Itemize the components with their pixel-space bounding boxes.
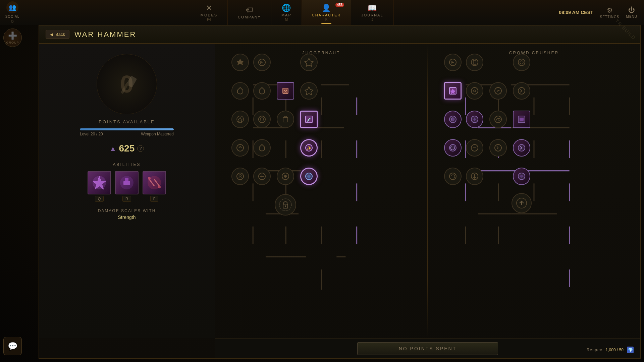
menu-button[interactable]: ⏻ MENU <box>626 6 637 18</box>
juggernaut-node-j7[interactable] <box>300 82 318 100</box>
menu-label: MENU <box>626 15 637 18</box>
crowd-crusher-title: CROWD CRUSHER <box>431 51 637 55</box>
juggernaut-section: JUGGERNAUT <box>215 44 428 338</box>
menu-icon: ⏻ <box>628 6 635 14</box>
juggernaut-node-j8[interactable] <box>231 111 249 128</box>
cc-node-cc1[interactable] <box>444 54 462 71</box>
cc-node-cc9[interactable] <box>466 111 483 128</box>
svg-line-9 <box>154 179 159 186</box>
score-help-button[interactable]: ? <box>137 145 144 152</box>
group-button[interactable]: ➕ Group <box>3 28 22 47</box>
ability-q[interactable]: Q <box>88 171 111 202</box>
svg-point-91 <box>471 87 478 94</box>
juggernaut-node-j15[interactable] <box>231 168 249 185</box>
topbar: 👥 SOCIAL O ✕ MODES F4 🏷 COMPANY 🌐 MAP M … <box>0 0 644 25</box>
svg-text:⛨: ⛨ <box>260 60 264 65</box>
damage-section: DAMAGE SCALES WITH Strength <box>98 208 156 220</box>
cc-node-cc10[interactable] <box>489 111 507 128</box>
respec-icon: 💎 <box>627 347 634 353</box>
juggernaut-node-j14[interactable]: ✨ <box>300 139 318 157</box>
cc-node-cc2[interactable] <box>466 54 483 71</box>
ability-r-key: R <box>122 196 131 202</box>
ability-r-svg <box>118 174 135 191</box>
juggernaut-node-j6[interactable]: ⚒ <box>277 82 294 100</box>
svg-point-57 <box>279 199 291 211</box>
nav-right: 08:09 AM CEST ⚙ SETTINGS ⏻ MENU <box>559 6 644 19</box>
level-bar-fill <box>80 128 174 130</box>
svg-point-54 <box>284 175 287 178</box>
ability-q-svg <box>91 174 108 191</box>
cc-node-cc12[interactable] <box>444 139 462 157</box>
nav-item-map[interactable]: 🌐 MAP M <box>271 0 302 25</box>
chat-icon: 💬 <box>8 342 18 351</box>
juggernaut-node-j1[interactable] <box>231 54 249 71</box>
mastered-text: Weapon Mastered <box>141 132 174 136</box>
cc-node-cc18[interactable] <box>513 168 530 185</box>
cc-node-cc16[interactable] <box>444 168 462 185</box>
damage-value: Strength <box>98 215 156 220</box>
cc-node-cc7[interactable] <box>513 82 530 100</box>
weapon-bg: 0 <box>97 54 157 114</box>
svg-point-11 <box>158 186 161 188</box>
juggernaut-node-j16[interactable] <box>253 168 271 185</box>
score-triangle: ▲ <box>110 145 116 153</box>
svg-text:💉: 💉 <box>307 117 312 122</box>
svg-point-88 <box>520 61 523 64</box>
juggernaut-node-j13[interactable] <box>253 139 271 157</box>
level-info: Level 20 / 20 Weapon Mastered <box>80 132 174 136</box>
cc-node-cc3[interactable] <box>513 54 530 71</box>
cc-node-cc6[interactable] <box>489 82 507 100</box>
cc-node-cc5[interactable] <box>466 82 483 100</box>
juggernaut-node-j2[interactable]: ⛨ <box>253 54 271 71</box>
juggernaut-lock[interactable] <box>275 194 296 216</box>
svg-point-56 <box>307 175 311 178</box>
abilities-label: ABILITIES <box>80 162 174 167</box>
cc-node-cc13[interactable] <box>466 139 483 157</box>
nav-item-company[interactable]: 🏷 COMPANY <box>228 0 271 25</box>
juggernaut-node-j18[interactable] <box>300 168 318 185</box>
respec-area: Respec 1,000 / 50 💎 <box>587 347 634 353</box>
juggernaut-node-j3[interactable] <box>300 54 318 71</box>
points-label: POINTS AVAILABLE <box>99 119 155 124</box>
svg-rect-6 <box>125 178 128 183</box>
juggernaut-node-j9[interactable] <box>253 111 271 128</box>
juggernaut-node-j17[interactable] <box>277 168 294 185</box>
juggernaut-node-j10[interactable] <box>277 111 294 128</box>
map-key: M <box>285 18 288 21</box>
journal-label: JOURNAL <box>361 13 383 17</box>
svg-text:✨: ✨ <box>307 145 312 150</box>
social-key: O <box>11 20 14 23</box>
ability-f[interactable]: F <box>143 171 166 202</box>
cc-node-cc14[interactable] <box>489 139 507 157</box>
character-key: K <box>325 18 328 21</box>
ability-r[interactable]: R <box>115 171 139 202</box>
nav-social[interactable]: 👥 SOCIAL O <box>0 0 25 25</box>
svg-point-85 <box>471 59 478 66</box>
respec-label: Respec <box>587 348 602 352</box>
juggernaut-node-j11[interactable]: 💉 <box>300 111 318 128</box>
svg-point-43 <box>260 118 264 121</box>
juggernaut-node-j12[interactable] <box>231 139 249 157</box>
cc-node-cc11[interactable] <box>513 111 530 128</box>
cc-node-cc4[interactable] <box>444 82 462 100</box>
cc-node-cc8[interactable] <box>444 111 462 128</box>
juggernaut-node-j5[interactable] <box>253 82 271 100</box>
cc-node-cc15[interactable] <box>513 139 530 157</box>
chat-button[interactable]: 💬 <box>3 337 22 355</box>
nav-item-journal[interactable]: 📖 JOURNAL J <box>351 0 393 25</box>
abilities-row: Q R <box>80 171 174 202</box>
cc-node-cc17[interactable] <box>466 168 483 185</box>
level-text: Level 20 / 20 <box>80 132 103 136</box>
juggernaut-node-j4[interactable] <box>231 82 249 100</box>
back-button[interactable]: ◀ Back <box>46 30 69 39</box>
nav-item-modes[interactable]: ✕ MODES F4 <box>191 0 228 25</box>
map-icon: 🌐 <box>282 4 291 12</box>
settings-button[interactable]: ⚙ SETTINGS <box>600 6 620 19</box>
cc-bottom-node[interactable] <box>512 193 532 213</box>
no-points-button[interactable]: NO POINTS SPENT <box>357 342 498 355</box>
nav-item-character[interactable]: 453 👤 CHARACTER K <box>302 0 351 25</box>
modes-icon: ✕ <box>206 4 212 12</box>
svg-point-87 <box>518 59 525 66</box>
ability-q-key: Q <box>95 196 104 202</box>
stats-panel: 0 POINTS AVAILABLE Level 20 / 20 Weapon … <box>39 44 215 338</box>
